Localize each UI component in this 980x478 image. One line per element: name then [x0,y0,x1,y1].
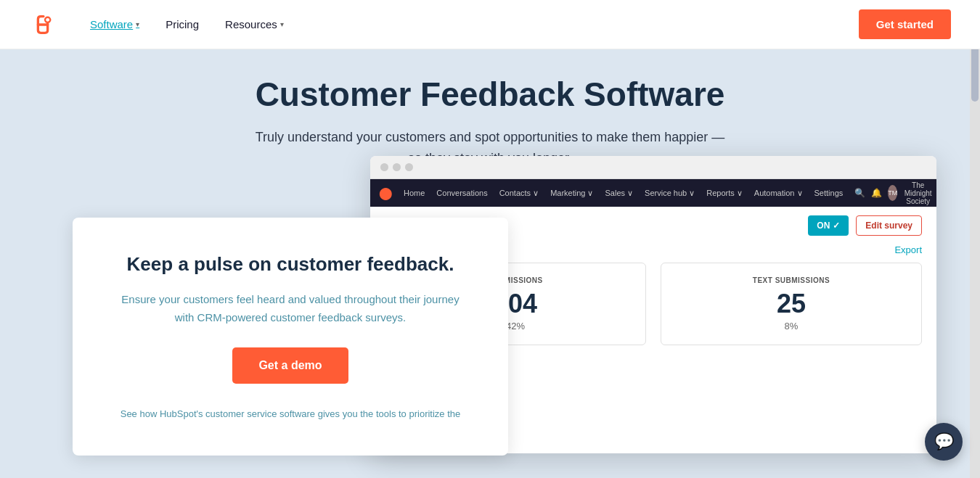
survey-on-button[interactable]: ON ✓ [808,215,849,236]
app-nav-sales: Sales ∨ [605,189,634,198]
app-nav-service: Service hub ∨ [645,189,695,198]
chat-icon: 💬 [934,432,954,451]
chat-bubble[interactable]: 💬 [925,423,963,461]
bell-icon: 🔔 [871,188,882,198]
nav-cta: Get started [859,9,951,39]
app-nav-conversations: Conversations [436,189,487,197]
nav-item-resources[interactable]: Resources ▾ [215,12,294,36]
nav-item-software[interactable]: Software ▾ [80,12,150,36]
left-card-body: Ensure your customers feel heard and val… [110,290,470,327]
search-icon: 🔍 [854,188,865,198]
get-demo-button[interactable]: Get a demo [232,347,348,384]
app-nav-marketing: Marketing ∨ [550,189,593,198]
chevron-down-icon: ▾ [280,20,284,28]
navbar: Software ▾ Pricing Resources ▾ Get start… [0,0,980,49]
app-nav-icons: 🔍 🔔 TM The Midnight Society ∨ [854,181,936,205]
app-nav-user: TM The Midnight Society ∨ [888,181,936,205]
scrollbar-track[interactable] [970,0,980,478]
nav-links: Software ▾ Pricing Resources ▾ [80,12,859,36]
chevron-down-icon: ▾ [136,20,139,28]
stat-percent-text: 8% [676,321,907,331]
app-nav-home: Home [404,189,425,197]
app-nav: ⬤ Home Conversations Contacts ∨ Marketin… [370,179,936,207]
left-card-title: Keep a pulse on customer feedback. [110,252,470,277]
app-nav-reports: Reports ∨ [706,189,743,198]
checkmark-icon: ✓ [833,221,840,231]
avatar: TM [888,185,897,201]
browser-dot-red [380,163,388,171]
left-card-footer: See how HubSpot's customer service softw… [110,407,470,421]
stat-card-text-submissions: TEXT SUBMISSIONS 25 8% [661,263,922,345]
app-nav-settings: Settings [814,189,844,197]
edit-survey-button[interactable]: Edit survey [856,215,922,236]
app-nav-automation: Automation ∨ [754,189,803,198]
hero-section: Customer Feedback Software Truly underst… [0,0,980,478]
hero-title: Customer Feedback Software [256,75,725,114]
browser-dot-yellow [393,163,401,171]
stat-value-text: 25 [676,289,907,319]
app-logo: ⬤ [379,186,392,200]
stat-label-text: TEXT SUBMISSIONS [676,276,907,284]
hubspot-logo[interactable] [29,11,57,38]
scrollbar-thumb[interactable] [971,44,979,102]
browser-dot-green [405,163,413,171]
nav-item-pricing[interactable]: Pricing [155,12,209,36]
left-card: Keep a pulse on customer feedback. Ensur… [73,218,508,456]
svg-point-1 [46,17,49,21]
app-nav-contacts: Contacts ∨ [499,189,539,198]
export-link[interactable]: Export [894,244,922,255]
browser-bar [370,156,936,179]
get-started-button[interactable]: Get started [859,9,951,39]
